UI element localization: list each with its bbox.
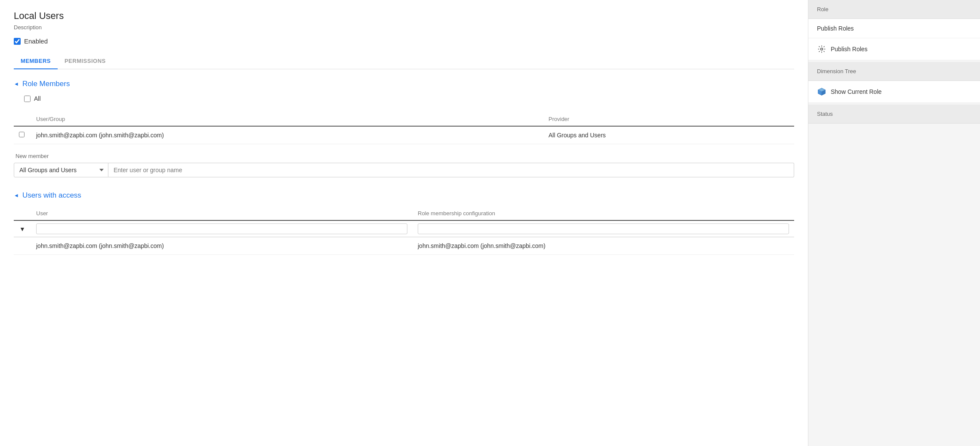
filter-role-cell [413,220,794,237]
main-content: Local Users Description Enabled MEMBERS … [0,0,808,446]
user-group-cell: john.smith@zapbi.com (john.smith@zapbi.c… [31,126,543,144]
filter-row: ▼ [14,220,794,237]
col-header-provider: Provider [543,112,794,126]
users-access-title[interactable]: Users with access [22,191,81,200]
col-header-filter [14,207,31,220]
col-header-user-group: User/Group [31,112,543,126]
all-checkbox[interactable] [24,96,31,102]
role-membership-cell: john.smith@zapbi.com (john.smith@zapbi.c… [413,237,794,255]
row-checkbox[interactable] [19,132,25,137]
provider-select[interactable]: All Groups and Users Local Users LDAP [14,163,108,177]
tab-permissions[interactable]: PERMISSIONS [58,53,113,69]
page-title: Local Users [14,10,794,22]
right-sidebar: Role Publish Roles Publish Roles Dimensi… [808,0,980,446]
user-cell: john.smith@zapbi.com (john.smith@zapbi.c… [31,237,413,255]
users-table: User Role membership configuration ▼ [14,207,794,255]
sidebar-item-general[interactable]: Publish Roles [808,19,980,38]
all-checkbox-row: All [24,95,794,102]
enabled-checkbox[interactable] [14,38,21,45]
tab-members[interactable]: MEMBERS [14,53,58,69]
users-row-empty-cell [14,237,31,255]
users-table-row: john.smith@zapbi.com (john.smith@zapbi.c… [14,237,794,255]
filter-role-input[interactable] [418,223,789,234]
table-row: john.smith@zapbi.com (john.smith@zapbi.c… [14,126,794,144]
svg-point-0 [821,48,823,50]
enabled-row: Enabled [14,37,794,45]
sidebar-general-label: Publish Roles [817,25,854,32]
description-label: Description [14,24,794,31]
filter-icon-cell: ▼ [14,220,31,237]
sidebar-status-header: Status [808,105,980,124]
members-table: User/Group Provider john.smith@zapbi.com… [14,112,794,144]
tabs-container: MEMBERS PERMISSIONS [14,53,794,69]
role-members-title[interactable]: Role Members [22,80,70,88]
sidebar-item-publish-roles[interactable]: Publish Roles [808,38,980,60]
filter-user-cell [31,220,413,237]
sidebar-role-header: Role [808,0,980,19]
filter-user-input[interactable] [36,223,407,234]
collapse-role-members-icon[interactable]: ◄ [14,81,19,87]
sidebar-item-show-current-role[interactable]: Show Current Role [808,81,980,103]
filter-icon: ▼ [19,226,25,232]
users-with-access-section: ◄ Users with access User Role membership… [14,191,794,255]
sidebar-dimension-tree-header: Dimension Tree [808,62,980,81]
new-member-row: All Groups and Users Local Users LDAP [14,163,794,177]
users-access-section-header: ◄ Users with access [14,191,794,200]
collapse-users-access-icon[interactable]: ◄ [14,192,19,198]
new-member-section: New member All Groups and Users Local Us… [14,153,794,177]
member-name-input[interactable] [108,163,794,177]
show-current-role-label: Show Current Role [831,88,881,95]
role-members-section-header: ◄ Role Members [14,80,794,88]
gear-icon [817,44,826,54]
row-checkbox-cell [14,126,31,144]
all-label: All [34,95,41,102]
col-header-user: User [31,207,413,220]
publish-roles-label: Publish Roles [831,46,868,53]
new-member-label: New member [15,153,794,159]
cube-icon [817,87,826,96]
enabled-label: Enabled [24,37,48,45]
col-header-checkbox [14,112,31,126]
provider-cell: All Groups and Users [543,126,794,144]
col-header-role-membership: Role membership configuration [413,207,794,220]
